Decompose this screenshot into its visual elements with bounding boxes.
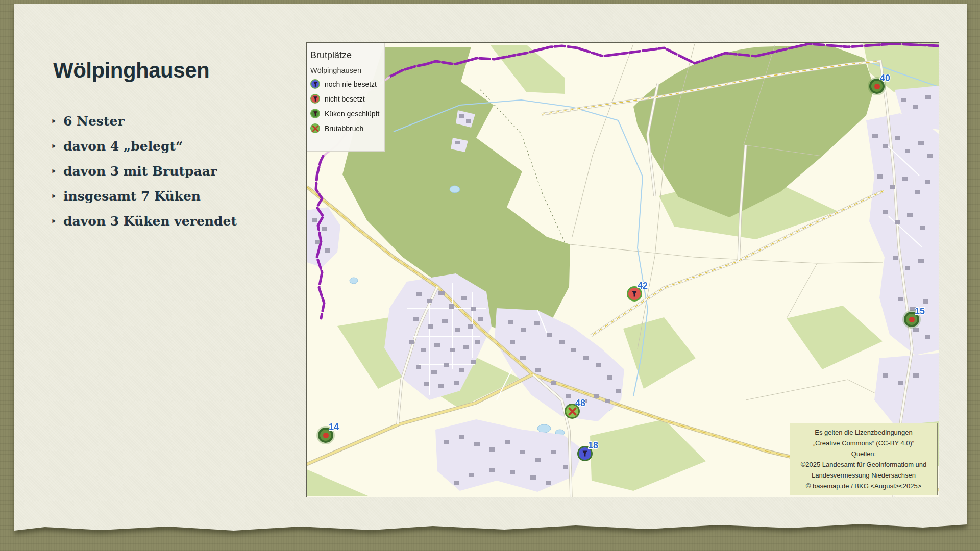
- bullet-text: davon 3 Küken verendet: [63, 214, 237, 229]
- nest-id-label: 14: [329, 422, 339, 433]
- list-item: ‣davon 3 mit Brutpaar: [51, 164, 237, 179]
- abort-x-icon: [310, 123, 320, 133]
- legend-label: nicht besetzt: [325, 95, 365, 103]
- legend-title: Brutplätze: [310, 50, 384, 61]
- slide: Wölpinghausen ‣6 Nester ‣davon 4 „belegt…: [14, 4, 967, 533]
- legend-item-chicks-hatched: Küken geschlüpft: [310, 109, 384, 118]
- bullet-icon: ‣: [51, 114, 63, 129]
- legend-item-not-occupied: nicht besetzt: [310, 94, 384, 104]
- legend-item-never-occupied: noch nie besetzt: [310, 79, 384, 89]
- attribution-line: Landesvermessung Niedersachsen: [790, 470, 937, 481]
- nest-id-label: 18: [588, 440, 598, 451]
- legend-label: noch nie besetzt: [325, 80, 377, 88]
- nest-marker-red-icon: [310, 94, 320, 104]
- legend-label: Küken geschlüpft: [325, 110, 379, 118]
- nest-id-label: 48: [575, 398, 585, 409]
- bullet-icon: ‣: [51, 164, 63, 179]
- attribution-line: © basemap.de / BKG <August><2025>: [790, 481, 937, 491]
- attribution-line: Es gelten die Lizenzbedingungen: [790, 427, 937, 438]
- nest-id-label: 42: [638, 281, 648, 291]
- nest-id-label: 40: [880, 73, 890, 84]
- nest-id-label: 15: [915, 306, 925, 317]
- legend-label: Brutabbruch: [325, 124, 363, 133]
- bullet-icon: ‣: [51, 214, 63, 229]
- list-item: ‣davon 3 Küken verendet: [51, 214, 237, 229]
- map-legend: Brutplätze Wölpinghausen noch nie besetz…: [307, 43, 385, 152]
- bullet-list: ‣6 Nester ‣davon 4 „belegt“ ‣davon 3 mit…: [51, 114, 237, 229]
- bullet-text: insgesamt 7 Küken: [63, 189, 201, 204]
- bullet-text: davon 4 „belegt“: [63, 139, 183, 154]
- attribution-line: Quellen:: [790, 448, 937, 459]
- attribution-line: „Creative Commons“ (CC-BY 4.0)“: [790, 438, 937, 448]
- attribution-line: ©2025 Landesamt für Geoinformatiom und: [790, 459, 937, 470]
- nest-marker-green-icon: [310, 109, 320, 118]
- list-item: ‣davon 4 „belegt“: [51, 139, 237, 154]
- list-item: ‣6 Nester: [51, 114, 237, 129]
- bullet-text: 6 Nester: [63, 114, 125, 129]
- bullet-text: davon 3 mit Brutpaar: [63, 164, 217, 179]
- list-item: ‣insgesamt 7 Küken: [51, 189, 237, 204]
- bullet-icon: ‣: [51, 139, 63, 154]
- map-attribution: Es gelten die Lizenzbedingungen „Creativ…: [790, 423, 938, 495]
- page-title: Wölpinghausen: [53, 58, 209, 83]
- map-canvas[interactable]: Brutplätze Wölpinghausen noch nie besetz…: [306, 42, 939, 497]
- slide-paper: Wölpinghausen ‣6 Nester ‣davon 4 „belegt…: [14, 4, 967, 533]
- legend-item-breeding-abandoned: Brutabbruch: [310, 123, 384, 133]
- bullet-icon: ‣: [51, 189, 63, 204]
- legend-subtitle: Wölpinghausen: [310, 66, 384, 74]
- nest-marker-blue-icon: [310, 79, 320, 89]
